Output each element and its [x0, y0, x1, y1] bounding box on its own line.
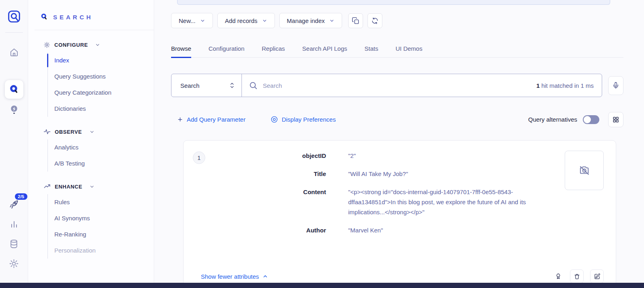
chevron-down-icon — [95, 42, 100, 48]
chevron-down-icon — [89, 129, 95, 135]
data-rail-icon[interactable] — [9, 239, 19, 249]
camera-off-icon — [578, 164, 590, 176]
bottom-window-edge — [0, 283, 644, 288]
search-title-icon — [40, 13, 48, 21]
usage-badge: 2/5 — [15, 193, 27, 200]
sidebar-item-re-ranking[interactable]: Re-Ranking — [48, 226, 154, 242]
plus-icon — [177, 116, 183, 122]
trash-icon — [574, 273, 580, 280]
display-preferences-link[interactable]: Display Preferences — [270, 116, 336, 123]
edit-record-button[interactable] — [590, 269, 604, 283]
add-records-label: Add records — [225, 17, 258, 24]
product-title-label: SEARCH — [53, 14, 93, 21]
tab-configuration[interactable]: Configuration — [208, 41, 244, 57]
field-value: "Will AI Take My Job?" — [348, 169, 408, 179]
toolbar: New... Add records Manage index — [171, 13, 623, 28]
chevron-up-icon — [262, 273, 268, 279]
grid-icon — [612, 116, 619, 123]
search-icon — [249, 81, 258, 90]
rail-divider — [5, 32, 23, 33]
search-scope-label: Search — [180, 82, 200, 89]
layout-grid-button[interactable] — [608, 112, 623, 127]
promote-record-button[interactable] — [553, 271, 564, 282]
chevron-down-icon — [262, 18, 267, 23]
section-enhance[interactable]: ENHANCE — [28, 183, 154, 190]
sidebar-item-query-categorization[interactable]: Query Categorization — [48, 85, 154, 101]
refresh-icon — [371, 17, 379, 25]
add-query-parameter-link[interactable]: Add Query Parameter — [177, 116, 246, 123]
field-value: "2" — [348, 151, 356, 161]
search-product-icon[interactable] — [5, 80, 23, 99]
sidebar-divider — [35, 30, 154, 30]
field-label: Author — [205, 225, 326, 235]
tab-stats[interactable]: Stats — [365, 41, 378, 57]
sidebar-item-query-suggestions[interactable]: Query Suggestions — [48, 68, 154, 85]
upgrade-rocket-icon[interactable]: 2/5 — [9, 199, 19, 210]
field-label: Title — [205, 169, 326, 179]
analytics-rail-icon[interactable] — [9, 220, 19, 229]
record-rank-badge: 1 — [193, 151, 205, 164]
search-scope-select[interactable]: Search — [171, 74, 242, 97]
query-alternatives-label: Query alternatives — [528, 116, 577, 123]
record-card-footer: Show fewer attributes — [201, 269, 604, 283]
home-icon[interactable] — [9, 47, 19, 58]
sort-chevrons-icon — [229, 81, 235, 89]
app-rail: 2/5 — [0, 0, 28, 288]
copy-index-button[interactable] — [348, 13, 363, 28]
section-observe[interactable]: OBSERVE — [28, 128, 154, 135]
award-icon — [555, 273, 562, 280]
tab-ui-demos[interactable]: UI Demos — [396, 41, 423, 57]
sidebar-item-dictionaries[interactable]: Dictionaries — [48, 101, 154, 117]
trending-up-icon — [43, 183, 51, 190]
toggle-knob — [584, 116, 591, 123]
manage-index-button[interactable]: Manage index — [279, 13, 342, 28]
delete-record-button[interactable] — [570, 269, 584, 283]
add-query-parameter-label: Add Query Parameter — [187, 116, 246, 123]
sidebar-item-ai-synonyms[interactable]: AI Synonyms — [48, 210, 154, 226]
voice-search-button[interactable] — [608, 76, 623, 95]
add-records-button[interactable]: Add records — [217, 13, 275, 28]
edit-icon — [594, 273, 601, 280]
sidebar-item-rules[interactable]: Rules — [48, 194, 154, 210]
algolia-logo[interactable] — [7, 10, 21, 23]
search-bar: Search 1 hit matched in 1 ms — [171, 74, 602, 97]
activity-icon — [43, 128, 51, 135]
field-value: "<p><strong id="docs-internal-guid-14079… — [348, 187, 543, 217]
image-placeholder — [565, 151, 604, 190]
index-selector-remnant — [177, 0, 610, 5]
chevron-down-icon — [329, 18, 334, 23]
show-fewer-attributes-link[interactable]: Show fewer attributes — [201, 273, 268, 280]
field-row-author: Author "Marvel Ken" — [205, 225, 543, 235]
search-input[interactable] — [263, 82, 536, 89]
record-card: 1 objectID "2" Title "Will AI Take My Jo… — [183, 140, 616, 288]
tab-replicas[interactable]: Replicas — [262, 41, 285, 57]
sidebar-item-analytics[interactable]: Analytics — [48, 139, 154, 155]
section-configure[interactable]: CONFIGURE — [28, 41, 154, 48]
tab-search-api-logs[interactable]: Search API Logs — [302, 41, 347, 57]
tab-browse[interactable]: Browse — [171, 41, 191, 57]
eye-icon — [270, 116, 278, 123]
new-button[interactable]: New... — [171, 13, 213, 28]
sidebar-item-personalization[interactable]: Personalization — [48, 242, 154, 259]
chevron-down-icon — [89, 184, 95, 189]
query-alternatives-toggle[interactable] — [583, 115, 599, 124]
field-label: Content — [205, 187, 326, 217]
section-enhance-label: ENHANCE — [55, 184, 82, 190]
field-row-objectid: objectID "2" — [205, 151, 543, 161]
microphone-icon — [612, 82, 619, 89]
recommend-product-icon[interactable] — [9, 104, 19, 116]
gear-icon — [43, 41, 50, 48]
new-button-label: New... — [179, 17, 196, 24]
hits-status: 1 hit matched in 1 ms — [536, 82, 602, 89]
chevron-down-icon — [200, 18, 205, 23]
manage-index-label: Manage index — [287, 17, 325, 24]
settings-rail-icon[interactable] — [9, 259, 19, 269]
sidebar-item-index[interactable]: Index — [48, 52, 154, 68]
tabbar: Browse Configuration Replicas Search API… — [171, 41, 623, 58]
display-preferences-label: Display Preferences — [282, 116, 336, 123]
section-configure-label: CONFIGURE — [54, 42, 88, 48]
sidebar-item-ab-testing[interactable]: A/B Testing — [48, 155, 154, 172]
sidebar: SEARCH CONFIGURE Index Query Suggestions… — [28, 0, 154, 288]
refresh-button[interactable] — [367, 13, 382, 28]
main-content: New... Add records Manage index — [154, 0, 644, 288]
